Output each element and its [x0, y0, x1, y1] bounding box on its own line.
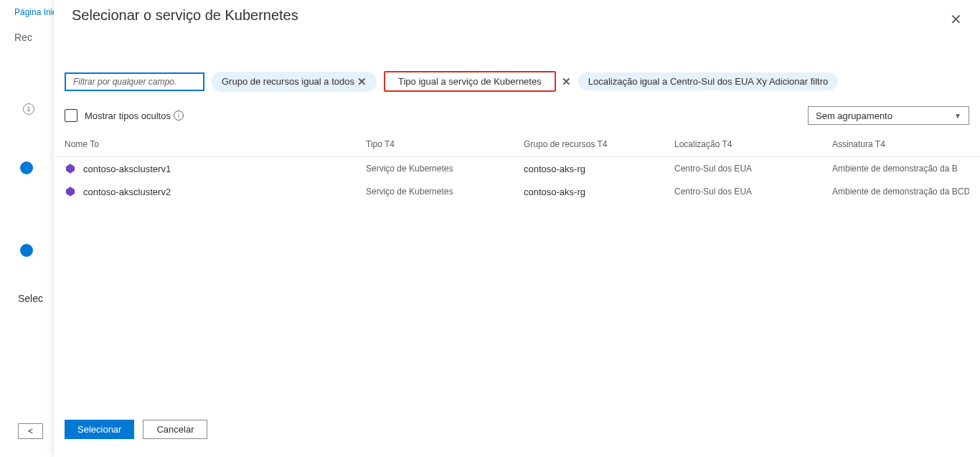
close-button[interactable]: ✕ — [946, 7, 966, 32]
svg-marker-0 — [66, 164, 75, 173]
checkbox-label-text: Mostrar tipos ocultos — [85, 110, 171, 121]
resource-name-text: contoso-aksclusterv1 — [83, 164, 171, 174]
filter-input[interactable] — [65, 72, 204, 91]
resource-name-text: contoso-aksclusterv2 — [83, 187, 171, 197]
grouping-select-label: Sem agrupamento — [816, 110, 892, 121]
cancel-button[interactable]: Cancelar — [143, 420, 207, 439]
resource-type-cell: Serviço de Kubernetes — [366, 164, 524, 174]
filter-pill-label: Grupo de recursos igual a todos — [222, 76, 354, 87]
modal-footer: Selecionar Cancelar — [65, 420, 207, 439]
filter-pill-label: Localização igual a Centro-Sul dos EUA X… — [588, 76, 829, 87]
filter-pill-resource-group[interactable]: Grupo de recursos igual a todos ✕ — [212, 72, 377, 92]
grouping-select[interactable]: Sem agrupamento ▼ — [808, 106, 969, 125]
modal-header: Selecionar o serviço de Kubernetes ✕ — [54, 0, 980, 32]
column-header-subscription[interactable]: Assinatura T4 — [832, 139, 969, 149]
filter-pill-location-add[interactable]: Localização igual a Centro-Sul dos EUA X… — [578, 72, 839, 90]
resources-table: Nome To Tipo T4 Grupo de recursos T4 Loc… — [54, 132, 980, 203]
chevron-down-icon: ▼ — [954, 112, 961, 120]
resource-name-cell[interactable]: contoso-aksclusterv1 — [65, 163, 366, 174]
column-header-resource-group[interactable]: Grupo de recursos T4 — [524, 139, 674, 149]
resource-group-cell: contoso-aks-rg — [524, 164, 674, 174]
column-header-name[interactable]: Nome To — [65, 139, 366, 149]
location-cell: Centro-Sul dos EUA — [674, 164, 832, 174]
close-icon: ✕ — [950, 11, 962, 27]
svg-marker-1 — [66, 187, 75, 196]
resource-name-cell[interactable]: contoso-aksclusterv2 — [65, 186, 366, 197]
resource-type-cell: Serviço de Kubernetes — [366, 187, 524, 197]
remove-filter-icon[interactable]: ✕ — [357, 75, 367, 88]
remove-filter-icon[interactable]: ✕ — [562, 75, 571, 88]
toolbar-row: Mostrar tipos ocultos i Sem agrupamento … — [54, 99, 980, 132]
show-hidden-types-checkbox[interactable]: Mostrar tipos ocultos i — [65, 109, 184, 122]
step-indicator-icon: 1 — [23, 103, 34, 115]
modal-title: Selecionar o serviço de Kubernetes — [72, 7, 298, 24]
table-header: Nome To Tipo T4 Grupo de recursos T4 Loc… — [54, 132, 980, 157]
checkbox-icon[interactable] — [65, 109, 77, 122]
bg-select-label: Selec — [18, 293, 43, 304]
select-button[interactable]: Selecionar — [65, 420, 134, 439]
subscription-cell: Ambiente de demonstração da BCDI — [832, 187, 969, 197]
kubernetes-icon — [65, 186, 76, 197]
info-icon[interactable]: i — [174, 110, 184, 121]
filter-pill-type[interactable]: Tipo igual a serviço de Kubernetes — [384, 71, 556, 92]
column-header-type[interactable]: Tipo T4 — [366, 139, 524, 149]
subscription-cell: Ambiente de demonstração da B — [832, 164, 969, 174]
resource-group-cell: contoso-aks-rg — [524, 187, 674, 197]
select-kubernetes-modal: Selecionar o serviço de Kubernetes ✕ Gru… — [54, 0, 980, 457]
location-cell: Centro-Sul dos EUA — [674, 187, 832, 197]
info-icon — [20, 244, 33, 257]
table-row[interactable]: contoso-aksclusterv1 Serviço de Kubernet… — [54, 157, 980, 180]
checkbox-label: Mostrar tipos ocultos i — [85, 110, 184, 121]
filter-pill-label: Tipo igual a serviço de Kubernetes — [398, 76, 542, 87]
info-icon — [20, 161, 33, 174]
filter-row: Grupo de recursos igual a todos ✕ Tipo i… — [54, 32, 980, 99]
column-header-location[interactable]: Localização T4 — [674, 139, 832, 149]
kubernetes-icon — [65, 163, 76, 174]
back-button[interactable]: < — [18, 423, 43, 439]
table-row[interactable]: contoso-aksclusterv2 Serviço de Kubernet… — [54, 180, 980, 203]
